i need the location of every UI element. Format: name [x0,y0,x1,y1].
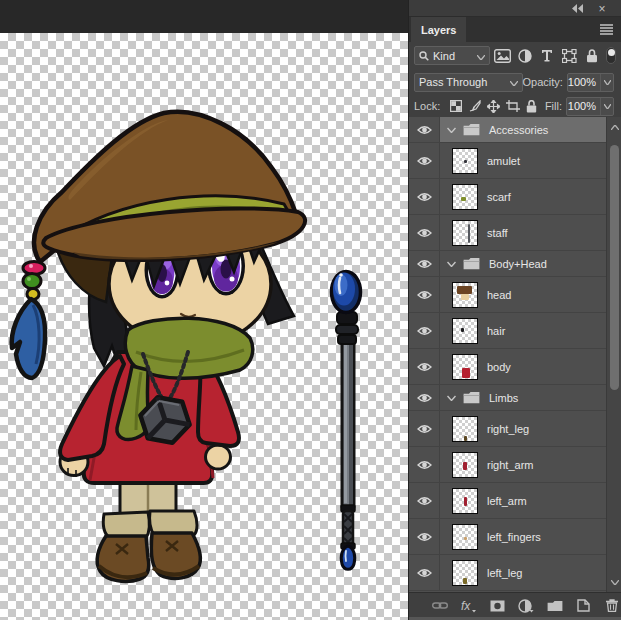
eye-icon [417,362,432,372]
eye-icon [417,192,432,202]
smart-object-filter-icon[interactable] [582,45,601,66]
group-name: Accessories [489,124,548,136]
layer-thumbnail[interactable] [452,220,478,246]
layer-row[interactable]: right_leg [409,411,621,447]
layer-list-scrollbar[interactable] [606,117,621,592]
eye-icon [417,228,432,238]
link-layers-icon[interactable] [431,595,449,616]
visibility-toggle[interactable] [409,411,440,446]
visibility-toggle[interactable] [409,251,440,276]
visibility-toggle[interactable] [409,179,440,214]
panel-titlebar: × [409,0,621,17]
layer-row[interactable]: left_arm [409,483,621,519]
chevron-down-icon[interactable] [447,261,456,267]
layer-thumbnail[interactable] [452,524,478,550]
layer-thumbnail[interactable] [452,416,478,442]
layer-thumbnail[interactable] [452,354,478,380]
scroll-up-icon[interactable] [607,119,621,135]
pixel-layer-filter-icon[interactable] [493,45,512,66]
layer-row[interactable]: head [409,277,621,313]
group-row[interactable]: Body+Head [409,251,621,277]
adjustment-layer-filter-icon[interactable] [516,45,535,66]
tab-layers[interactable]: Layers [411,17,466,42]
layer-row[interactable]: hair [409,313,621,349]
layer-name: left_fingers [487,531,541,543]
layer-row[interactable]: scarf [409,179,621,215]
filter-toggle-pill[interactable] [606,47,616,64]
layer-row[interactable]: left_leg [409,555,621,591]
layer-thumbnail[interactable] [452,488,478,514]
lock-paint-icon[interactable] [465,97,484,115]
new-layer-icon[interactable] [575,595,593,616]
layers-bottom-toolbar: fx [409,592,621,618]
lock-move-icon[interactable] [484,97,503,115]
group-row[interactable]: Limbs [409,385,621,411]
layer-row[interactable]: staff [409,215,621,251]
opacity-value[interactable]: 100% [567,73,614,92]
shape-layer-filter-icon[interactable] [560,45,579,66]
visibility-toggle[interactable] [409,215,440,250]
scroll-down-icon[interactable] [607,574,621,590]
chevron-down-icon[interactable] [447,395,456,401]
layer-name: hair [487,325,505,337]
layer-name: scarf [487,191,511,203]
layers-panel: × Layers Kind [408,0,621,620]
layer-thumbnail[interactable] [452,318,478,344]
layer-row[interactable]: amulet [409,143,621,179]
layer-thumbnail[interactable] [452,282,478,308]
layer-list: AccessoriesamuletscarfstaffBody+Headhead… [409,117,621,592]
visibility-toggle[interactable] [409,519,440,554]
group-row[interactable]: Accessories [409,117,621,143]
lock-all-icon[interactable] [522,97,541,115]
layer-row[interactable]: right_arm [409,447,621,483]
layer-thumbnail[interactable] [452,184,478,210]
eye-icon [417,326,432,336]
fill-label: Fill: [545,100,562,112]
lock-artboard-icon[interactable] [503,97,522,115]
layer-row[interactable]: left_fingers [409,519,621,555]
filter-kind-dropdown[interactable]: Kind [414,46,490,65]
visibility-toggle[interactable] [409,349,440,384]
collapse-panel-icon[interactable] [571,3,585,14]
svg-text:fx: fx [461,599,471,613]
visibility-toggle[interactable] [409,143,440,178]
eye-icon [417,496,432,506]
eye-icon [417,532,432,542]
folder-icon [463,257,480,270]
new-adjustment-layer-icon[interactable] [517,595,535,616]
blend-row: Pass Through Opacity: 100% [409,69,621,95]
visibility-toggle[interactable] [409,117,440,142]
canvas-area [0,0,408,620]
visibility-toggle[interactable] [409,555,440,590]
visibility-toggle[interactable] [409,277,440,312]
layer-row[interactable]: body [409,349,621,385]
lock-transparency-icon[interactable] [446,97,465,115]
lock-row: Lock: Fill: 100% [409,95,621,117]
fill-value[interactable]: 100% [566,97,614,116]
document-canvas[interactable] [0,33,408,620]
visibility-toggle[interactable] [409,313,440,348]
layer-name: left_arm [487,495,527,507]
visibility-toggle[interactable] [409,483,440,518]
layer-thumbnail[interactable] [452,452,478,478]
chevron-down-icon[interactable] [447,127,456,133]
blend-mode-dropdown[interactable]: Pass Through [414,73,523,92]
search-icon [419,51,429,61]
layer-thumbnail[interactable] [452,148,478,174]
layer-name: amulet [487,155,520,167]
visibility-toggle[interactable] [409,385,440,410]
layer-style-fx-icon[interactable]: fx [460,595,478,616]
delete-layer-icon[interactable] [603,595,621,616]
new-group-icon[interactable] [546,595,564,616]
layer-name: left_leg [487,567,522,579]
type-layer-filter-icon[interactable] [538,45,557,66]
group-name: Limbs [489,392,518,404]
add-layer-mask-icon[interactable] [488,595,506,616]
close-panel-icon[interactable]: × [595,3,609,14]
eye-icon [417,460,432,470]
visibility-toggle[interactable] [409,447,440,482]
folder-icon [463,391,480,404]
panel-menu-icon[interactable] [600,24,613,35]
scrollbar-thumb[interactable] [610,145,619,390]
layer-thumbnail[interactable] [452,560,478,586]
